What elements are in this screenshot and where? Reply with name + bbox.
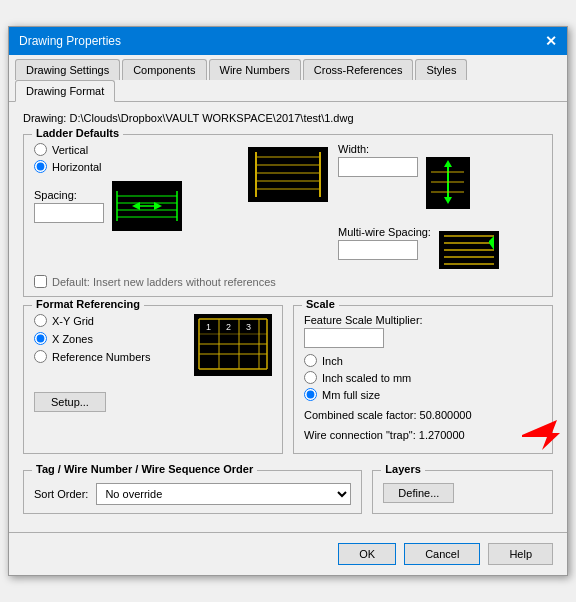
inch-row: Inch [304,354,542,367]
setup-button[interactable]: Setup... [34,392,106,412]
sort-order-row: Sort Order: No override [34,483,351,505]
vertical-radio-row: Vertical [34,143,238,156]
inch-label: Inch [322,355,343,367]
format-ref-radios: X-Y Grid X Zones Reference Numbers [34,314,184,376]
layers-group: Layers Define... [372,470,553,514]
sort-order-label: Sort Order: [34,488,88,500]
tag-wire-group: Tag / Wire Number / Wire Sequence Order … [23,470,362,514]
tab-styles[interactable]: Styles [415,59,467,80]
scale-group: Scale Feature Scale Multiplier: 2.0 Inch [293,305,553,453]
tab-drawing-format[interactable]: Drawing Format [15,80,115,102]
inch-mm-radio[interactable] [304,371,317,384]
horizontal-label: Horizontal [52,161,102,173]
mm-full-row: Mm full size [304,388,542,401]
drawing-properties-dialog: Drawing Properties ✕ Drawing Settings Co… [8,26,568,575]
width-input[interactable]: 400 [338,157,418,177]
tab-components[interactable]: Components [122,59,206,80]
drawing-label: Drawing: [23,112,66,124]
dialog-content: Drawing: D:\Clouds\Dropbox\VAULT WORKSPA… [9,102,567,531]
svg-text:1: 1 [206,322,211,332]
wire-trap-value: 1.270000 [419,429,465,441]
spacing-row: Spacing: 40 [34,181,238,231]
setup-btn-row: Setup... [34,384,272,412]
wire-trap-row: Wire connection "trap": 1.270000 [304,425,542,445]
ladder-left-col: Vertical Horizontal Spacing: 40 [34,143,238,231]
inch-mm-row: Inch scaled to mm [304,371,542,384]
width-label: Width: [338,143,418,155]
scale-radio-group: Inch Inch scaled to mm Mm full size [304,354,542,401]
ref-numbers-row: Reference Numbers [34,350,184,363]
xy-grid-radio[interactable] [34,314,47,327]
format-referencing-title: Format Referencing [32,298,144,310]
feature-scale-input-row: 2.0 [304,328,542,348]
svg-text:2: 2 [226,322,231,332]
spacing-label: Spacing: [34,189,104,201]
no-references-checkbox[interactable] [34,275,47,288]
scale-content: Feature Scale Multiplier: 2.0 Inch Inch … [304,314,542,444]
horizontal-radio-row: Horizontal [34,160,238,173]
tab-bar: Drawing Settings Components Wire Numbers… [9,55,567,102]
wire-trap-label: Wire connection "trap": [304,429,416,441]
no-references-label: Default: Insert new ladders without refe… [52,276,276,288]
wire-trap-info: Wire connection "trap": 1.270000 [304,427,465,445]
ladder-diagram-col [248,147,328,202]
feature-scale-input[interactable]: 2.0 [304,328,384,348]
format-referencing-group: Format Referencing X-Y Grid X Zones [23,305,283,453]
orientation-group: Vertical Horizontal [34,143,238,173]
x-zones-label: X Zones [52,333,93,345]
combined-scale-label: Combined scale factor: [304,409,417,421]
x-zones-radio[interactable] [34,332,47,345]
xy-grid-label: X-Y Grid [52,315,94,327]
tab-drawing-settings[interactable]: Drawing Settings [15,59,120,80]
svg-rect-10 [248,147,328,202]
ref-numbers-label: Reference Numbers [52,351,150,363]
x-zones-row: X Zones [34,332,184,345]
ladder-right-col: Width: 400 [338,143,542,269]
inch-radio[interactable] [304,354,317,367]
feature-scale-label: Feature Scale Multiplier: [304,314,542,326]
sort-order-select[interactable]: No override [96,483,351,505]
width-diagram [426,157,470,209]
close-button[interactable]: ✕ [545,33,557,49]
ladder-defaults-title: Ladder Defaults [32,127,123,139]
spacing-diagram [112,181,182,231]
ok-button[interactable]: OK [338,543,396,565]
multi-spacing-input[interactable]: 20 [338,240,418,260]
multi-spacing-row: Multi-wire Spacing: 20 [338,217,542,269]
vertical-label: Vertical [52,144,88,156]
vertical-radio[interactable] [34,143,47,156]
ref-numbers-radio[interactable] [34,350,47,363]
ladder-defaults-content: Vertical Horizontal Spacing: 40 [34,143,542,269]
dialog-title: Drawing Properties [19,34,121,48]
drawing-path-row: Drawing: D:\Clouds\Dropbox\VAULT WORKSPA… [23,112,553,124]
svg-marker-46 [522,420,560,450]
tab-wire-numbers[interactable]: Wire Numbers [209,59,301,80]
red-arrow-indicator [512,415,562,455]
format-ref-content: X-Y Grid X Zones Reference Numbers [34,314,272,376]
format-scale-row: Format Referencing X-Y Grid X Zones [23,305,553,461]
horizontal-radio[interactable] [34,160,47,173]
cancel-button[interactable]: Cancel [404,543,480,565]
footer: OK Cancel Help [9,532,567,575]
combined-scale-value: 50.800000 [420,409,472,421]
help-button[interactable]: Help [488,543,553,565]
multi-spacing-diagram [439,231,499,269]
svg-text:3: 3 [246,322,251,332]
format-ref-diagram: 1 2 3 [194,314,272,376]
width-row: Width: 400 [338,143,542,209]
multi-spacing-label: Multi-wire Spacing: [338,226,431,238]
xy-grid-row: X-Y Grid [34,314,184,327]
mm-full-label: Mm full size [322,389,380,401]
title-bar: Drawing Properties ✕ [9,27,567,55]
mm-full-radio[interactable] [304,388,317,401]
tag-wire-title: Tag / Wire Number / Wire Sequence Order [32,463,257,475]
drawing-path-value: D:\Clouds\Dropbox\VAULT WORKSPACE\2017\t… [69,112,353,124]
ladder-defaults-group: Ladder Defaults Vertical Horizontal [23,134,553,297]
tab-cross-references[interactable]: Cross-References [303,59,414,80]
combined-scale-row: Combined scale factor: 50.800000 [304,407,542,425]
spacing-input[interactable]: 40 [34,203,104,223]
no-references-checkbox-row: Default: Insert new ladders without refe… [34,275,542,288]
ladder-diagram [248,147,328,202]
define-button[interactable]: Define... [383,483,454,503]
bottom-section: Tag / Wire Number / Wire Sequence Order … [23,470,553,522]
